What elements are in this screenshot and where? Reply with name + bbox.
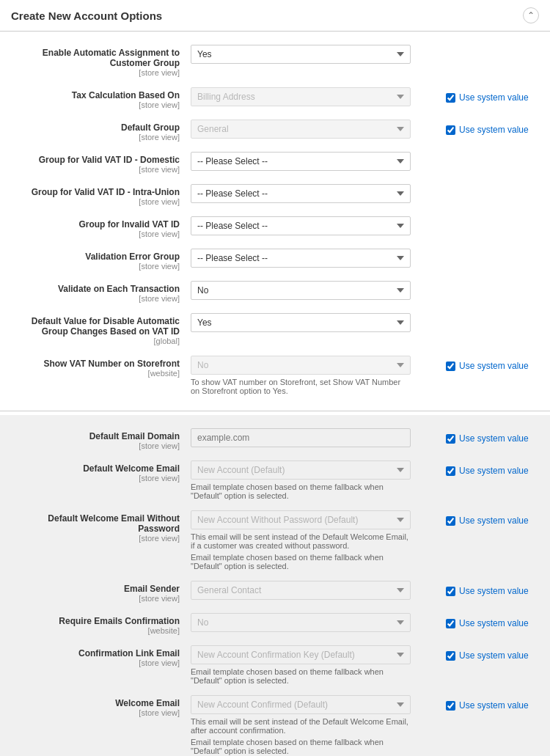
label-default-group: Default Group — [7, 122, 180, 133]
scope-group-invalid-vat: [store view] — [7, 230, 180, 238]
scope-email-sender: [store view] — [7, 594, 180, 603]
scope-validation-error-group: [store view] — [7, 262, 180, 271]
row-show-vat-storefront: Show VAT Number on Storefront [website] … — [0, 350, 550, 400]
select-email-sender[interactable]: General Contact — [191, 581, 411, 600]
scope-default-value-disable-auto: [global] — [7, 337, 180, 345]
system-value-label-3: Use system value — [459, 361, 529, 371]
label-default-email-domain: Default Email Domain — [7, 431, 180, 441]
system-value-label-6: Use system value — [459, 515, 529, 526]
label-require-emails-confirmation: Require Emails Confirmation — [7, 616, 180, 626]
page-title: Create New Account Options — [11, 10, 162, 22]
system-value-label-2: Use system value — [459, 125, 529, 135]
select-validation-error-group[interactable]: -- Please Select -- — [191, 249, 411, 268]
input-default-email-domain[interactable] — [191, 428, 411, 447]
select-confirmation-link-email[interactable]: New Account Confirmation Key (Default) — [191, 645, 411, 664]
system-value-label-9: Use system value — [459, 650, 529, 661]
row-confirmation-link-email: Confirmation Link Email [store view] New… — [0, 639, 550, 689]
label-group-invalid-vat: Group for Invalid VAT ID — [7, 219, 180, 230]
checkbox-confirmation-link-email[interactable] — [446, 651, 455, 661]
label-validation-error-group: Validation Error Group — [7, 252, 180, 262]
scope-confirmation-link-email: [store view] — [7, 658, 180, 667]
row-require-emails-confirmation: Require Emails Confirmation [website] No… — [0, 607, 550, 639]
row-welcome-email: Welcome Email [store view] New Account C… — [0, 689, 550, 756]
select-tax-calculation[interactable]: Billing Address — [191, 87, 411, 106]
row-group-invalid-vat: Group for Invalid VAT ID [store view] --… — [0, 210, 550, 243]
row-default-welcome-email: Default Welcome Email [store view] New A… — [0, 455, 550, 504]
system-value-label-7: Use system value — [459, 586, 529, 596]
select-default-value-disable-auto[interactable]: Yes No — [191, 313, 411, 332]
scope-tax-calculation: [store view] — [7, 100, 180, 109]
select-enable-auto-assignment[interactable]: Yes No — [191, 45, 411, 64]
scope-welcome-email-no-password: [store view] — [7, 534, 180, 543]
checkbox-show-vat-storefront[interactable] — [446, 362, 455, 371]
system-value-default-email-domain: Use system value — [446, 430, 543, 444]
label-welcome-email-no-password: Default Welcome Email Without Password — [7, 513, 180, 534]
scope-default-group: [store view] — [7, 133, 180, 142]
label-tax-calculation: Tax Calculation Based On — [7, 90, 180, 100]
row-validate-each-transaction: Validate on Each Transaction [store view… — [0, 275, 550, 307]
checkbox-default-welcome-email[interactable] — [446, 466, 455, 476]
select-require-emails-confirmation[interactable]: No — [191, 613, 411, 632]
system-value-default-group: Use system value — [446, 121, 543, 135]
checkbox-default-group[interactable] — [446, 125, 455, 135]
system-value-label-10: Use system value — [459, 700, 529, 711]
checkbox-default-email-domain[interactable] — [446, 434, 455, 444]
select-default-welcome-email[interactable]: New Account (Default) — [191, 460, 411, 480]
checkbox-welcome-email[interactable] — [446, 701, 455, 711]
row-group-vat-domestic: Group for Valid VAT ID - Domestic [store… — [0, 146, 550, 178]
label-default-value-disable-auto: Default Value for Disable Automatic Grou… — [7, 316, 180, 337]
checkbox-email-sender[interactable] — [446, 587, 455, 596]
hint1-welcome-email: This email will be sent instead of the D… — [191, 717, 411, 735]
label-email-sender: Email Sender — [7, 584, 180, 594]
row-default-value-disable-auto: Default Value for Disable Automatic Grou… — [0, 307, 550, 350]
checkbox-welcome-email-no-password[interactable] — [446, 516, 455, 526]
row-group-vat-intra-union: Group for Valid VAT ID - Intra-Union [st… — [0, 178, 550, 210]
scope-show-vat-storefront: [website] — [7, 369, 180, 378]
label-welcome-email: Welcome Email — [7, 698, 180, 708]
collapse-button[interactable]: ⌃ — [523, 7, 539, 23]
select-validate-each-transaction[interactable]: No Yes — [191, 281, 411, 300]
hint2-welcome-email-no-password: Email template chosen based on theme fal… — [191, 553, 411, 570]
select-welcome-email-no-password[interactable]: New Account Without Password (Default) — [191, 510, 411, 529]
hint1-welcome-email-no-password: This email will be sent instead of the D… — [191, 532, 411, 550]
label-confirmation-link-email: Confirmation Link Email — [7, 648, 180, 658]
system-value-label: Use system value — [459, 92, 529, 103]
scope-require-emails-confirmation: [website] — [7, 626, 180, 635]
row-validation-error-group: Validation Error Group [store view] -- P… — [0, 243, 550, 275]
scope-group-vat-domestic: [store view] — [7, 165, 180, 174]
select-show-vat-storefront[interactable]: No — [191, 356, 411, 375]
label-validate-each-transaction: Validate on Each Transaction — [7, 284, 180, 294]
system-value-tax-calculation: Use system value — [446, 89, 543, 103]
email-section: Default Email Domain [store view] Use sy… — [0, 415, 550, 756]
select-group-invalid-vat[interactable]: -- Please Select -- — [191, 216, 411, 235]
system-value-welcome-email-no-password: Use system value — [446, 512, 543, 526]
select-group-vat-domestic[interactable]: -- Please Select -- — [191, 152, 411, 171]
hint-default-welcome-email: Email template chosen based on theme fal… — [191, 482, 411, 500]
label-group-vat-intra-union: Group for Valid VAT ID - Intra-Union — [7, 187, 180, 197]
checkbox-require-emails-confirmation[interactable] — [446, 619, 455, 628]
row-default-email-domain: Default Email Domain [store view] Use sy… — [0, 422, 550, 455]
section-header: Create New Account Options ⌃ — [0, 0, 550, 32]
system-value-confirmation-link-email: Use system value — [446, 647, 543, 661]
scope-default-email-domain: [store view] — [7, 441, 180, 450]
system-value-welcome-email: Use system value — [446, 697, 543, 711]
page-container: Create New Account Options ⌃ Enable Auto… — [0, 0, 550, 756]
select-group-vat-intra-union[interactable]: -- Please Select -- — [191, 184, 411, 203]
system-value-require-emails-confirmation: Use system value — [446, 614, 543, 628]
system-value-default-welcome-email: Use system value — [446, 462, 543, 476]
hint-show-vat-storefront: To show VAT number on Storefront, set Sh… — [191, 378, 411, 395]
label-default-welcome-email: Default Welcome Email — [7, 463, 180, 474]
hint-confirmation-link-email: Email template chosen based on theme fal… — [191, 667, 411, 685]
section-divider — [0, 411, 550, 411]
label-group-vat-domestic: Group for Valid VAT ID - Domestic — [7, 155, 180, 165]
select-welcome-email[interactable]: New Account Confirmed (Default) — [191, 695, 411, 714]
label-show-vat-storefront: Show VAT Number on Storefront — [7, 359, 180, 369]
checkbox-tax-calculation[interactable] — [446, 93, 455, 103]
select-default-group[interactable]: General — [191, 120, 411, 139]
system-value-label-4: Use system value — [459, 433, 529, 444]
scope-welcome-email: [store view] — [7, 708, 180, 717]
scope-group-vat-intra-union: [store view] — [7, 197, 180, 206]
row-default-group: Default Group [store view] General Use s… — [0, 114, 550, 146]
vat-section: Enable Automatic Assignment to Customer … — [0, 32, 550, 407]
system-value-label-5: Use system value — [459, 466, 529, 476]
